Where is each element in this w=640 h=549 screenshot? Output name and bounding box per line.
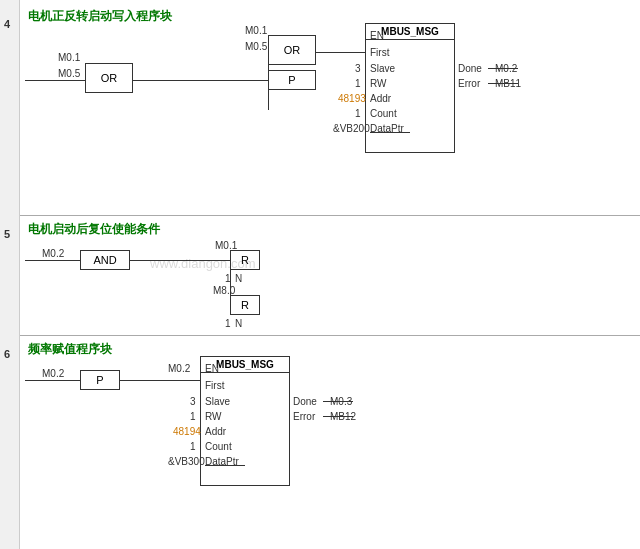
m01-right-label: M0.1 [245,25,267,36]
p-block-4: P [268,70,316,90]
p-block-6: P [80,370,120,390]
mbus-done-val-6: M0.3 [330,396,352,407]
m01-left-label: M0.1 [58,52,80,63]
mbus-slave-6: Slave [205,396,230,407]
rail-left-4 [25,80,85,81]
section-6: 频率赋值程序块 M0.2 P MBUS_MSG M0.2 EN First 3 … [20,338,640,548]
hline-mid-4 [133,80,268,81]
mbus-done-4: Done [458,63,482,74]
page-container: 4 5 6 电机正反转启动写入程序块 OR M0.1 M0.5 OR M0.1 … [0,0,640,549]
n2-label-5: N [235,318,242,329]
n2-val-5: 1 [225,318,231,329]
mbus-addr-val-4: 48193 [338,93,366,104]
rail-left-6 [25,380,80,381]
mbus-error-6: Error [293,411,315,422]
mbus-rw-6: RW [205,411,221,422]
section-6-title: 频率赋值程序块 [28,341,112,358]
mbus-addr-val-6: 48194 [173,426,201,437]
r1-block-5: R [230,250,260,270]
m05-left-label: M0.5 [58,68,80,79]
mbus-count-6: Count [205,441,232,452]
mbus-rw-4: RW [370,78,386,89]
mbus-error-4: Error [458,78,480,89]
n1-label-5: N [235,273,242,284]
mbus-dataptr-val-4: &VB200 [333,123,370,134]
mbus-count-val-4: 1 [355,108,361,119]
section-5-title: 电机启动后复位使能条件 [28,221,160,238]
section-4-title: 电机正反转启动写入程序块 [28,8,172,25]
mbus-addr-4: Addr [370,93,391,104]
section-4: 电机正反转启动写入程序块 OR M0.1 M0.5 OR M0.1 M0.5 P… [20,5,640,215]
hline-6-mid [120,380,200,381]
m02-label-5: M0.2 [42,248,64,259]
left-bar: 4 5 6 [0,0,20,549]
mbus-count-4: Count [370,108,397,119]
m05-right-label: M0.5 [245,41,267,52]
mbus-addr-6: Addr [205,426,226,437]
hline-5-mid [130,260,230,261]
n1-val-5: 1 [225,273,231,284]
dataptr-underline-6 [205,465,245,466]
mbus-dataptr-val-6: &VB300 [168,456,205,467]
mbus-slave-4: Slave [370,63,395,74]
section-num-4: 4 [4,18,10,30]
mbus-en-4: EN [370,30,384,41]
mbus-count-val-6: 1 [190,441,196,452]
r2-block-5: R [230,295,260,315]
mbus-slave-val-6: 3 [190,396,196,407]
rail-left-5 [25,260,80,261]
or-block-left: OR [85,63,133,93]
mbus-first-6: First [205,380,224,391]
or-block-right: OR [268,35,316,65]
m02-label-6: M0.2 [42,368,64,379]
mbus-done-6: Done [293,396,317,407]
divider-5-6 [20,335,640,336]
mbus-first-4: First [370,47,389,58]
section-5: 电机启动后复位使能条件 M0.2 AND M0.1 R 1 N M8.0 R 1… [20,218,640,333]
mbus2-m02-label: M0.2 [168,363,190,374]
mbus-done-val-4: M0.2 [495,63,517,74]
mbus-en-6: EN [205,363,219,374]
mbus-rw-val-6: 1 [190,411,196,422]
mbus-slave-val-4: 3 [355,63,361,74]
section-num-6: 6 [4,348,10,360]
hline-to-mbus-4 [316,52,366,53]
divider-4-5 [20,215,640,216]
mbus-rw-val-4: 1 [355,78,361,89]
section-num-5: 5 [4,228,10,240]
and-block-5: AND [80,250,130,270]
mbus-error-val-4: MB11 [495,78,521,89]
mbus-error-val-6: MB12 [330,411,356,422]
dataptr-underline-4 [370,132,410,133]
